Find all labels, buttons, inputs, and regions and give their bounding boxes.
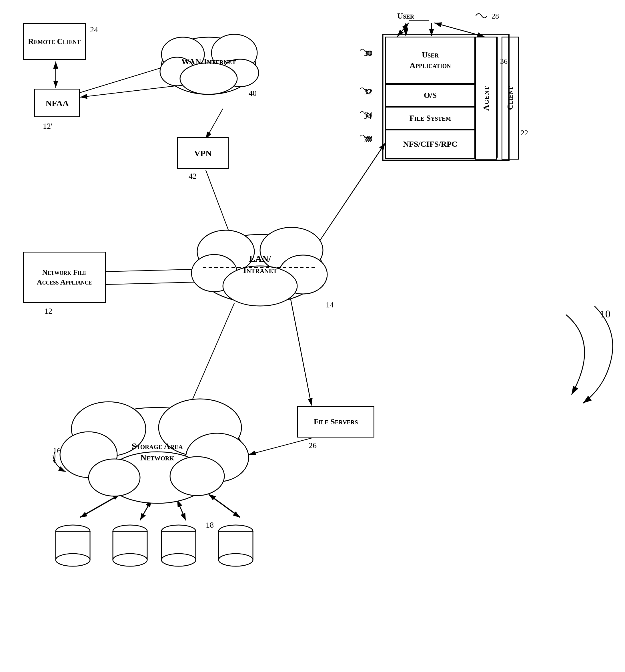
svg-text:Intranet: Intranet — [243, 265, 277, 275]
wan-ref: 40 — [249, 89, 257, 98]
user-application-label: UserApplication — [409, 50, 451, 71]
user-application-box: UserApplication — [385, 37, 475, 84]
wan-internet-cloud: WAN/Internet — [154, 29, 263, 103]
ref34-wavy — [359, 110, 373, 115]
svg-text:LAN/: LAN/ — [249, 254, 272, 264]
ref16-arrow — [51, 449, 69, 463]
svg-text:Network: Network — [140, 453, 174, 462]
nfaa-remote-label: NFAA — [45, 97, 69, 109]
svg-text:Storage Area: Storage Area — [131, 441, 183, 451]
file-servers-box: File Servers — [297, 406, 374, 437]
client-ref: 22 — [521, 129, 528, 137]
svg-point-75 — [161, 554, 196, 566]
file-servers-ref: 26 — [309, 441, 317, 450]
nfs-cifs-rpc-label: NFS/CIFS/RPC — [403, 139, 457, 149]
disk-4 — [216, 523, 256, 569]
svg-text:10: 10 — [600, 308, 610, 320]
client-label: Client — [505, 86, 515, 110]
ref-10-arrow: 10 — [543, 300, 623, 409]
svg-line-19 — [206, 109, 223, 139]
os-label: O/S — [424, 90, 437, 100]
remote-client-ref: 24 — [90, 25, 98, 34]
svg-point-45 — [180, 63, 237, 94]
lan-ref: 14 — [326, 300, 334, 309]
network-diagram: Remote Client 24 NFAA 12' VPN 42 Network… — [0, 0, 625, 672]
svg-marker-66 — [53, 460, 56, 463]
svg-point-62 — [89, 459, 140, 496]
nfaa-remote-box: NFAA — [34, 89, 80, 117]
agent-box: Agent — [475, 37, 497, 160]
user-wavy-ref — [474, 10, 503, 21]
svg-point-78 — [219, 554, 253, 566]
ref32-wavy — [359, 86, 373, 92]
network-file-appliance-ref: 12 — [44, 307, 52, 316]
os-box: O/S — [385, 84, 475, 107]
client-bracket: Client — [502, 37, 519, 160]
vpn-box: VPN — [177, 137, 229, 169]
file-system-label: File System — [409, 113, 451, 123]
disk-3 — [158, 523, 199, 569]
san-ref-18: 18 — [206, 521, 214, 530]
vpn-label: VPN — [194, 148, 212, 159]
disk-1 — [53, 523, 93, 569]
lan-intranet-cloud: LAN/ Intranet — [189, 223, 331, 315]
file-system-box: File System — [385, 107, 475, 129]
network-file-appliance-label: Network FileAccess Appliance — [37, 268, 92, 287]
svg-point-63 — [170, 457, 224, 496]
ref38-wavy — [359, 133, 373, 139]
file-servers-label: File Servers — [314, 417, 358, 427]
svg-point-72 — [113, 554, 147, 566]
svg-point-69 — [56, 554, 90, 566]
ref30-wavy — [359, 47, 373, 53]
svg-line-30 — [249, 438, 311, 455]
remote-client-box: Remote Client — [23, 23, 86, 60]
user-label: User — [397, 11, 414, 21]
disk-2 — [110, 523, 150, 569]
storage-area-network-cloud: Storage Area Network — [57, 394, 257, 509]
nfs-cifs-rpc-box: NFS/CIFS/RPC — [385, 129, 475, 159]
network-file-appliance-box: Network FileAccess Appliance — [23, 251, 106, 303]
svg-text:WAN/Internet: WAN/Internet — [181, 56, 236, 66]
remote-client-label: Remote Client — [28, 36, 81, 47]
nfaa-remote-ref: 12' — [43, 122, 52, 131]
agent-label: Agent — [481, 86, 491, 111]
vpn-ref: 42 — [189, 172, 197, 181]
